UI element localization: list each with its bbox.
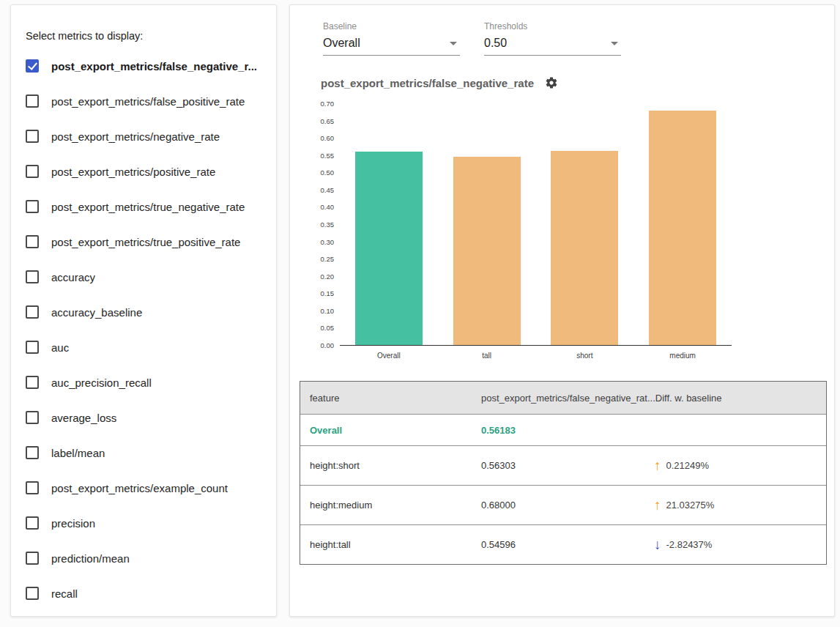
y-tick-label: 0.45: [290, 187, 334, 194]
metric-checkbox-item[interactable]: precision: [11, 505, 276, 541]
table-header: feature post_export_metrics/false_negati…: [300, 382, 826, 414]
metric-checkbox-item[interactable]: prediction/mean: [11, 541, 276, 576]
bar-tall[interactable]: [453, 157, 521, 345]
diff-arrow-icon: ↑: [654, 498, 661, 512]
metric-label: accuracy_baseline: [51, 306, 142, 319]
chevron-down-icon[interactable]: [450, 42, 457, 45]
metric-selector-panel: Select metrics to display: post_export_m…: [10, 4, 277, 617]
metric-checkbox-item[interactable]: post_export_metrics/false_negative_r...: [11, 48, 276, 84]
x-tick-label: Overall: [345, 352, 433, 360]
y-tick-label: 0.10: [290, 308, 334, 315]
checkbox-icon[interactable]: [26, 552, 39, 565]
x-tick-label: medium: [639, 352, 726, 360]
thresholds-dropdown[interactable]: Thresholds 0.50: [484, 21, 621, 56]
table-row: height:medium 0.68000 ↑ 21.03275%: [300, 485, 826, 524]
metric-checkbox-item[interactable]: average_loss: [11, 400, 276, 435]
y-tick-label: 0.35: [290, 221, 334, 229]
checkbox-icon[interactable]: [26, 130, 39, 143]
baseline-dropdown[interactable]: Baseline Overall: [323, 21, 460, 56]
value-cell: 0.68000: [481, 500, 654, 511]
metric-label: post_export_metrics/negative_rate: [51, 130, 220, 143]
value-cell: 0.56303: [481, 460, 654, 471]
metric-checkbox-item[interactable]: recall: [11, 576, 276, 611]
chevron-down-icon[interactable]: [611, 42, 618, 45]
metric-checkbox-item[interactable]: auc_precision_recall: [11, 365, 276, 400]
metric-checkbox-item[interactable]: post_export_metrics/example_count: [11, 470, 276, 505]
metric-label: precision: [51, 517, 95, 530]
diff-arrow-icon: ↓: [654, 538, 661, 552]
checkbox-icon[interactable]: [26, 200, 39, 213]
metric-checkbox-item[interactable]: post_export_metrics/false_positive_rate: [11, 84, 276, 119]
checkbox-icon[interactable]: [26, 341, 39, 354]
feature-cell: height:tall: [300, 539, 481, 550]
y-tick-label: 0.70: [290, 100, 334, 108]
metric-checkbox-item[interactable]: post_export_metrics/negative_rate: [11, 119, 276, 154]
metrics-list: post_export_metrics/false_negative_r... …: [11, 48, 276, 611]
table-body: Overall 0.56183 height:short 0.56303 ↑ 0…: [300, 414, 826, 564]
baseline-dropdown-label: Baseline: [323, 21, 460, 31]
checkbox-icon[interactable]: [26, 587, 39, 600]
metric-checkbox-item[interactable]: accuracy: [11, 259, 276, 294]
x-tick-label: short: [540, 352, 628, 360]
metric-label: label/mean: [51, 447, 105, 459]
table-row: height:short 0.56303 ↑ 0.21249%: [300, 445, 826, 485]
diff-cell: ↑ 0.21249%: [654, 459, 826, 472]
metric-label: prediction/mean: [51, 552, 130, 565]
controls-row: Baseline Overall Thresholds 0.50: [290, 5, 834, 56]
metric-label: post_export_metrics/false_positive_rate: [51, 95, 245, 108]
bar-short[interactable]: [551, 151, 618, 345]
checkbox-icon[interactable]: [26, 270, 39, 283]
y-tick-label: 0.55: [290, 152, 334, 160]
y-tick-label: 0.50: [290, 169, 334, 177]
diff-value: 0.21249%: [666, 460, 710, 471]
bar-medium[interactable]: [649, 111, 716, 345]
header-diff-baseline: Diff. w. baseline: [655, 393, 826, 404]
metric-label: post_export_metrics/false_negative_r...: [51, 60, 257, 73]
metric-checkbox-item[interactable]: auc: [11, 330, 276, 365]
y-tick-label: 0.05: [290, 324, 334, 332]
diff-value: 21.03275%: [666, 500, 715, 511]
diff-cell: ↓ -2.82437%: [654, 538, 826, 552]
metric-checkbox-item[interactable]: post_export_metrics/true_negative_rate: [11, 189, 276, 224]
thresholds-dropdown-label: Thresholds: [484, 21, 621, 31]
bar-Overall[interactable]: [355, 152, 423, 345]
checkbox-icon[interactable]: [26, 446, 39, 459]
header-metric-value: post_export_metrics/false_negative_rat..…: [481, 393, 655, 404]
checkbox-icon[interactable]: [26, 376, 39, 389]
checkbox-icon[interactable]: [26, 516, 39, 530]
checkbox-icon[interactable]: [26, 59, 39, 73]
metric-checkbox-item[interactable]: accuracy_baseline: [11, 294, 276, 330]
checkbox-icon[interactable]: [26, 305, 39, 319]
metric-label: post_export_metrics/positive_rate: [51, 166, 215, 178]
checkbox-icon[interactable]: [26, 94, 39, 108]
header-feature: feature: [300, 393, 481, 404]
metric-checkbox-item[interactable]: post_export_metrics/true_positive_rate: [11, 224, 276, 259]
y-tick-label: 0.40: [290, 204, 334, 211]
bar-chart: 0.000.050.100.150.200.250.300.350.400.45…: [290, 100, 834, 365]
y-tick-label: 0.25: [290, 256, 334, 263]
plot-area: [340, 104, 732, 346]
y-tick-label: 0.00: [290, 342, 334, 349]
baseline-dropdown-value: Overall: [323, 37, 360, 50]
feature-cell: Overall: [300, 425, 481, 436]
thresholds-dropdown-value: 0.50: [484, 37, 507, 50]
checkbox-icon[interactable]: [26, 481, 39, 494]
metric-label: auc_precision_recall: [51, 376, 152, 389]
metric-label: post_export_metrics/true_negative_rate: [51, 201, 245, 213]
metric-checkbox-item[interactable]: label/mean: [11, 435, 276, 470]
checkbox-icon[interactable]: [26, 235, 39, 248]
metric-label: recall: [51, 587, 78, 600]
feature-cell: height:short: [300, 460, 481, 471]
y-tick-label: 0.65: [290, 118, 334, 125]
metric-label: post_export_metrics/example_count: [51, 482, 228, 494]
checkbox-icon[interactable]: [26, 165, 39, 178]
metrics-table: feature post_export_metrics/false_negati…: [300, 381, 827, 565]
metric-label: average_loss: [51, 412, 116, 424]
metric-label: post_export_metrics/true_positive_rate: [51, 236, 240, 248]
metric-label: auc: [51, 341, 69, 354]
y-tick-label: 0.20: [290, 273, 334, 281]
diff-arrow-icon: ↑: [654, 459, 661, 472]
metric-checkbox-item[interactable]: post_export_metrics/positive_rate: [11, 154, 276, 189]
checkbox-icon[interactable]: [26, 411, 39, 424]
gear-icon[interactable]: [545, 76, 558, 89]
